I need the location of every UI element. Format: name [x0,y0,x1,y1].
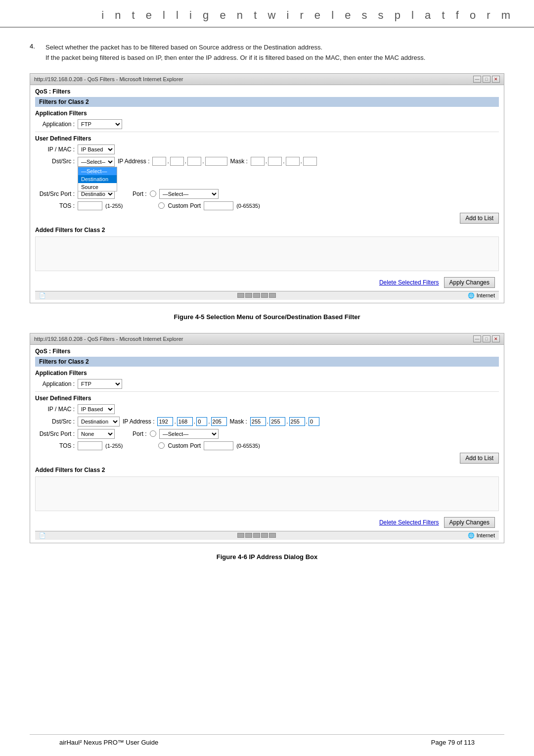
maximize-button-1[interactable]: □ [483,76,490,83]
page-header: i n t e l l i g e n t w i r e l e s s p … [0,0,534,28]
add-to-list-button-2[interactable]: Add to List [460,453,499,464]
user-filters-header-1: User Defined Filters [35,135,499,142]
ip1-input-2[interactable]: 192 [157,417,173,426]
apply-changes-button-1[interactable]: Apply Changes [444,277,495,288]
ip2-input-1[interactable] [170,157,184,166]
delete-filters-button-2[interactable]: Delete Selected Filters [379,519,439,526]
port-label-1: Port : [133,190,147,197]
custom-port-input-1[interactable] [204,201,233,210]
port-radio-2[interactable] [150,430,156,437]
app-filters-header-1: Application Filters [35,110,499,117]
ip-mac-row-1: IP / MAC : IP Based [35,144,499,154]
dst-src-label-1: Dst/Src : [35,158,75,165]
port-select-2[interactable]: —Select— [159,429,219,439]
progress-block-5 [269,293,276,298]
globe-icon-2: 🌐 [468,532,475,539]
minimize-button-1[interactable]: — [473,76,481,83]
mask-group-2: . . . [250,417,319,426]
ip1-input-1[interactable] [152,157,166,166]
mask2-input-2[interactable] [269,417,285,426]
custom-port-radio-2[interactable] [158,442,165,449]
dot1-1: . [167,158,169,165]
filters-label-2: Filters [52,348,70,355]
status-progress-1 [237,293,276,298]
custom-port-label-2: Custom Port [168,442,201,449]
add-to-list-container-1: Add to List [35,213,499,224]
filters-label-1: Filters [52,88,70,95]
tos-label-1: TOS : [35,202,75,209]
mask1-input-2[interactable] [250,417,266,426]
mask-dot2-2: . [286,418,288,425]
ip-mac-select-2[interactable]: IP Based [78,404,115,414]
close-button-1[interactable]: ✕ [492,76,500,83]
tos-input-2[interactable] [78,441,102,450]
application-select-2[interactable]: FTP [78,379,122,389]
ip2-input-2[interactable]: 168 [177,417,193,426]
browser-body-2: QoS : Filters Filters for Class 2 Applic… [30,345,504,543]
close-button-2[interactable]: ✕ [492,335,500,342]
dst-src-label-2: Dst/Src : [35,418,75,425]
mask-dot1-2: . [267,418,268,425]
dst-src-dropdown-container-1: —Select— Destination Source —Select— Des… [78,157,115,167]
mask2-input-1[interactable] [268,157,282,166]
mask4-input-1[interactable] [303,157,317,166]
ip-address-label-2: IP Address : [123,418,154,425]
ip4-input-1[interactable] [205,157,227,166]
mask1-input-1[interactable] [251,157,265,166]
port-select-1[interactable]: —Select— [159,189,219,199]
ip-mac-select-1[interactable]: IP Based [78,144,115,154]
ip-mac-label-1: IP / MAC : [35,146,75,153]
port-radio-1[interactable] [150,190,156,197]
tos-range-1: (1-255) [105,203,123,209]
ip3-input-2[interactable]: 0 [196,417,207,426]
ip-mac-label-2: IP / MAC : [35,406,75,413]
figure2-caption: Figure 4-6 IP Address Dialog Box [30,553,504,561]
mask-dot2-1: . [283,158,284,165]
step-text-line1: Select whether the packet has to be filt… [45,43,425,53]
mask3-input-2[interactable] [289,417,305,426]
menu-source-option[interactable]: Source [78,183,117,191]
dst-src-port-select-2[interactable]: None [78,429,115,439]
tos-input-1[interactable] [78,201,102,210]
port-label-2: Port : [133,430,147,437]
dst-src-select-2[interactable]: Destination [78,417,120,426]
globe-icon-1: 🌐 [468,292,475,299]
ip-mac-row-2: IP / MAC : IP Based [35,404,499,414]
add-to-list-button-1[interactable]: Add to List [460,213,499,224]
filters-area-2 [35,476,499,511]
pb4 [261,533,268,538]
ip4-input-2[interactable]: 205 [211,417,227,426]
menu-destination-option[interactable]: Destination [78,175,117,183]
mask3-input-1[interactable] [286,157,300,166]
dot2-1: . [185,158,186,165]
ip-address-group-2: 192 . 168 . 0 . 205 [157,417,226,426]
footer-page: Page 79 of 113 [431,739,475,746]
application-select-1[interactable]: FTP [78,119,122,129]
mask-dot3-2: . [306,418,308,425]
progress-block-2 [245,293,252,298]
dst-src-row-1: Dst/Src : —Select— Destination Source —S… [35,157,499,167]
browser-title-1: http://192.168.0.208 - QoS Filters - Mic… [34,76,183,82]
custom-port-radio-1[interactable] [158,202,165,209]
browser-body-1: QoS : Filters Filters for Class 2 Applic… [30,85,504,303]
delete-filters-button-1[interactable]: Delete Selected Filters [379,279,439,286]
figure1-caption: Figure 4-5 Selection Menu of Source/Dest… [30,313,504,321]
menu-select-option[interactable]: —Select— [78,167,117,175]
minimize-button-2[interactable]: — [473,335,481,342]
step-text-line2: If the packet being filtered is based on… [45,53,425,63]
class-title-1: Filters for Class 2 [35,97,499,107]
pb2 [245,533,252,538]
maximize-button-2[interactable]: □ [483,335,490,342]
progress-block-3 [253,293,260,298]
ip-address-label-1: IP Address : [118,158,149,165]
mask4-input-2[interactable] [309,417,319,426]
apply-changes-button-2[interactable]: Apply Changes [444,517,495,528]
progress-block-4 [261,293,268,298]
dst-src-menu-1: —Select— Destination Source [78,167,117,191]
header-title: i n t e l l i g e n t w i r e l e s s p … [101,9,514,21]
page-icon-1: 📄 [39,292,46,299]
custom-port-input-2[interactable] [204,441,233,450]
ip3-input-1[interactable] [187,157,201,166]
dst-src-select-1[interactable]: —Select— Destination Source [78,157,115,167]
page-icon-2: 📄 [39,532,46,539]
